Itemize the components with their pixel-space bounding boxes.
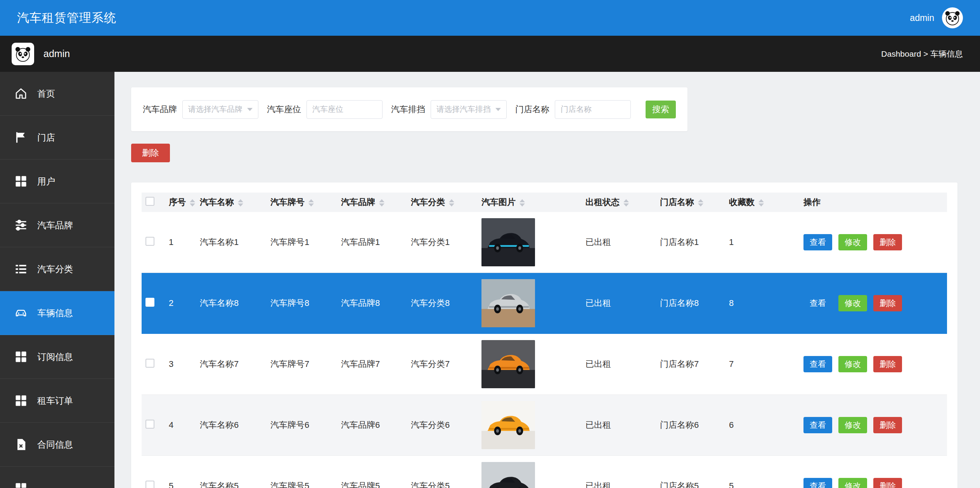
cell-index: 5 (165, 456, 196, 488)
edit-button[interactable]: 修改 (838, 478, 867, 488)
brand-filter-label: 汽车品牌 (143, 104, 177, 115)
seat-input[interactable] (306, 100, 383, 119)
subbar-username: admin (43, 48, 70, 59)
row-checkbox[interactable] (145, 420, 154, 429)
row-checkbox[interactable] (145, 481, 154, 488)
cell-category: 汽车分类6 (407, 395, 478, 456)
view-button[interactable]: 查看 (803, 478, 832, 488)
cell-actions: 查看 修改 删除 (800, 456, 947, 488)
view-button[interactable]: 查看 (803, 234, 832, 250)
delete-button[interactable]: 删除 (873, 356, 902, 372)
cell-favorites: 6 (725, 395, 800, 456)
cell-brand: 汽车品牌5 (337, 456, 407, 488)
delete-button[interactable]: 删除 (873, 295, 902, 311)
filter-bar: 汽车品牌 请选择汽车品牌 汽车座位 汽车排挡 请选择汽车排挡 门店名称 搜索 (131, 87, 687, 131)
column-header[interactable]: 收藏数 (725, 193, 800, 212)
sort-carets-icon[interactable] (758, 199, 764, 207)
sort-carets-icon[interactable] (190, 199, 195, 207)
cell-index: 1 (165, 212, 196, 273)
cell-category: 汽车分类5 (407, 456, 478, 488)
select-all-cell (142, 193, 165, 212)
search-button[interactable]: 搜索 (646, 101, 676, 118)
cell-store: 门店名称1 (656, 212, 725, 273)
car-photo-silver-sports (481, 279, 535, 327)
grid-icon (14, 350, 28, 364)
cell-store: 门店名称8 (656, 273, 725, 334)
sort-carets-icon[interactable] (519, 199, 525, 207)
edit-button[interactable]: 修改 (838, 295, 867, 311)
sort-carets-icon[interactable] (449, 199, 454, 207)
grid-icon (14, 394, 28, 408)
sliders-icon (14, 218, 28, 232)
sort-carets-icon[interactable] (379, 199, 384, 207)
gear-select[interactable]: 请选择汽车排挡 (431, 100, 507, 119)
column-header[interactable]: 门店名称 (656, 193, 725, 212)
sidebar-item-租车订单[interactable]: 租车订单 (0, 379, 114, 423)
column-header[interactable]: 汽车品牌 (337, 193, 407, 212)
delete-button[interactable]: 删除 (873, 417, 902, 433)
sidebar-item-label: 车辆信息 (37, 307, 73, 319)
row-checkbox[interactable] (145, 359, 154, 368)
select-all-checkbox[interactable] (145, 197, 154, 206)
sort-carets-icon[interactable] (238, 199, 243, 207)
table-row: 1 汽车名称1 汽车牌号1 汽车品牌1 汽车分类1 已出租 门店名称1 1 查看… (142, 212, 947, 273)
sort-carets-icon[interactable] (698, 199, 703, 207)
view-button[interactable]: 查看 (803, 417, 832, 433)
row-checkbox[interactable] (145, 298, 154, 307)
sidebar-item-label: 租车订单 (37, 395, 73, 407)
home-icon (14, 87, 28, 101)
delete-button[interactable]: 删除 (873, 234, 902, 250)
sidebar-item-门店[interactable]: 门店 (0, 116, 114, 160)
cell-store: 门店名称5 (656, 456, 725, 488)
column-header[interactable]: 汽车名称 (196, 193, 267, 212)
edit-button[interactable]: 修改 (838, 234, 867, 250)
cell-index: 4 (165, 395, 196, 456)
bulk-delete-button[interactable]: 删除 (131, 144, 170, 162)
breadcrumb[interactable]: Dashboard > 车辆信息 (881, 49, 963, 59)
sort-carets-icon[interactable] (623, 199, 629, 207)
cell-category: 汽车分类7 (407, 334, 478, 395)
table-row: 5 汽车名称5 汽车牌号5 汽车品牌5 汽车分类5 已出租 门店名称5 5 查看… (142, 456, 947, 488)
column-header[interactable]: 出租状态 (582, 193, 656, 212)
column-header[interactable]: 汽车图片 (478, 193, 582, 212)
vehicle-table-card: 序号汽车名称汽车牌号汽车品牌汽车分类汽车图片出租状态门店名称收藏数操作 1 汽车… (131, 182, 957, 488)
sidebar-item-订阅信息[interactable]: 订阅信息 (0, 335, 114, 379)
column-header[interactable]: 汽车牌号 (267, 193, 337, 212)
cell-index: 2 (165, 273, 196, 334)
cell-brand: 汽车品牌1 (337, 212, 407, 273)
store-input[interactable] (555, 100, 631, 119)
cell-brand: 汽车品牌7 (337, 334, 407, 395)
flag-icon (14, 130, 28, 144)
cell-actions: 查看 修改 删除 (800, 395, 947, 456)
sidebar-item-合同信息[interactable]: 合同信息 (0, 423, 114, 467)
table-row: 3 汽车名称7 汽车牌号7 汽车品牌7 汽车分类7 已出租 门店名称7 7 查看… (142, 334, 947, 395)
cell-favorites: 5 (725, 456, 800, 488)
view-button[interactable]: 查看 (803, 295, 832, 311)
cell-store: 门店名称6 (656, 395, 725, 456)
sidebar-item-extra[interactable] (0, 467, 114, 488)
sidebar-item-汽车分类[interactable]: 汽车分类 (0, 247, 114, 291)
edit-button[interactable]: 修改 (838, 356, 867, 372)
gear-select-placeholder: 请选择汽车排挡 (436, 104, 491, 115)
app-title: 汽车租赁管理系统 (17, 10, 116, 26)
cell-status: 已出租 (582, 212, 656, 273)
sidebar-item-label: 合同信息 (37, 439, 73, 451)
edit-button[interactable]: 修改 (838, 417, 867, 433)
delete-button[interactable]: 删除 (873, 478, 902, 488)
column-header[interactable]: 序号 (165, 193, 196, 212)
column-header[interactable]: 汽车分类 (407, 193, 478, 212)
brand-select[interactable]: 请选择汽车品牌 (182, 100, 258, 119)
view-button[interactable]: 查看 (803, 356, 832, 372)
sort-carets-icon[interactable] (308, 199, 314, 207)
chevron-down-icon (495, 108, 501, 111)
cell-name: 汽车名称5 (196, 456, 267, 488)
header-user-area[interactable]: admin (910, 7, 963, 28)
sidebar-item-用户[interactable]: 用户 (0, 160, 114, 203)
sidebar-item-首页[interactable]: 首页 (0, 72, 114, 116)
row-checkbox[interactable] (145, 237, 154, 246)
sidebar-item-汽车品牌[interactable]: 汽车品牌 (0, 203, 114, 247)
table-row: 4 汽车名称6 汽车牌号6 汽车品牌6 汽车分类6 已出租 门店名称6 6 查看… (142, 395, 947, 456)
panda-avatar-icon[interactable] (942, 7, 963, 28)
store-filter-label: 门店名称 (515, 104, 549, 115)
sidebar-item-车辆信息[interactable]: 车辆信息 (0, 291, 114, 335)
